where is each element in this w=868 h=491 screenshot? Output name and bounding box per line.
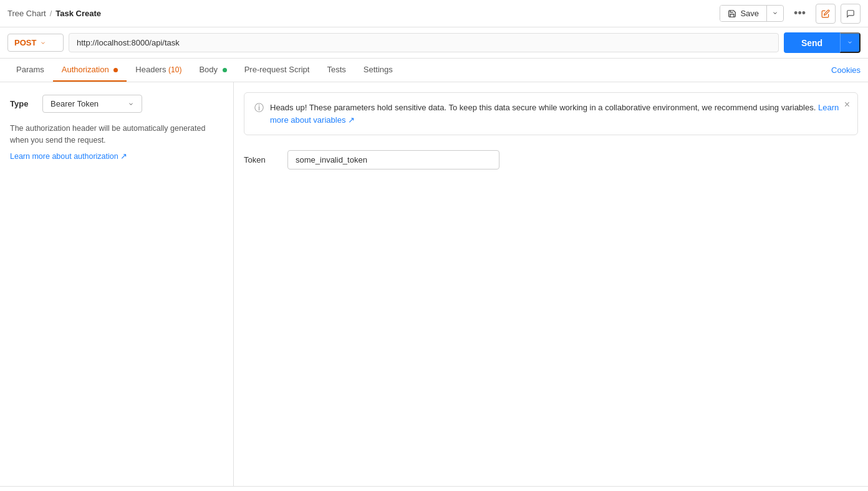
tab-tests[interactable]: Tests [318, 59, 354, 82]
cookies-link[interactable]: Cookies [831, 65, 861, 75]
type-row: Type Bearer Token [10, 95, 223, 113]
body-indicator [223, 68, 227, 72]
tab-headers[interactable]: Headers (10) [127, 59, 190, 82]
type-dropdown-icon [128, 101, 134, 107]
response-area: Body Cookies (2) Headers (9) Test Result… [0, 486, 868, 491]
learn-more-auth-link[interactable]: Learn more about authorization ↗ [10, 152, 127, 161]
url-input[interactable] [69, 33, 779, 52]
save-icon [728, 9, 736, 18]
tabs-bar: Params Authorization Headers (10) Body P… [0, 59, 868, 82]
token-row: Token [244, 150, 858, 169]
method-dropdown-icon [40, 40, 46, 46]
send-chevron-icon [847, 39, 853, 45]
breadcrumb-parent[interactable]: Tree Chart [7, 9, 46, 18]
alert-box: ⓘ Heads up! These parameters hold sensit… [244, 92, 858, 135]
tab-authorization[interactable]: Authorization [53, 59, 127, 82]
token-label: Token [244, 155, 275, 164]
tab-body[interactable]: Body [190, 59, 235, 82]
token-input[interactable] [287, 150, 499, 169]
auth-description: The authorization header will be automat… [10, 123, 223, 146]
resp-tab-headers[interactable]: Headers (9) [97, 487, 155, 491]
type-label: Type [10, 99, 35, 108]
breadcrumb: Tree Chart / Task Create [7, 9, 101, 18]
auth-right-panel: ⓘ Heads up! These parameters hold sensit… [234, 82, 868, 486]
top-bar-actions: Save ••• [720, 4, 861, 24]
save-label: Save [740, 9, 759, 18]
alert-text: Heads up! These parameters hold sensitiv… [270, 102, 847, 126]
save-button[interactable]: Save [720, 6, 766, 21]
breadcrumb-current: Task Create [55, 9, 101, 18]
method-value: POST [14, 38, 36, 47]
tab-pre-request[interactable]: Pre-request Script [236, 59, 319, 82]
url-bar: POST Send [0, 27, 868, 59]
tab-params[interactable]: Params [7, 59, 53, 82]
auth-left-panel: Type Bearer Token The authorization head… [0, 82, 234, 486]
close-alert-button[interactable]: × [844, 99, 850, 110]
breadcrumb-separator: / [50, 9, 52, 18]
top-bar: Tree Chart / Task Create Save ••• [0, 0, 868, 27]
save-dropdown-button[interactable] [766, 6, 783, 21]
send-button[interactable]: Send [784, 32, 840, 53]
comment-icon [846, 9, 855, 18]
edit-icon-button[interactable] [816, 4, 836, 24]
method-select[interactable]: POST [7, 34, 64, 52]
type-select[interactable]: Bearer Token [42, 95, 142, 113]
resp-tab-body[interactable]: Body [7, 487, 41, 491]
response-tabs-bar: Body Cookies (2) Headers (9) Test Result… [0, 487, 868, 491]
comment-icon-button[interactable] [841, 4, 861, 24]
send-dropdown-button[interactable] [840, 32, 861, 53]
edit-icon [821, 9, 830, 18]
authorization-indicator [113, 68, 118, 72]
info-icon: ⓘ [254, 102, 264, 114]
send-label: Send [801, 38, 822, 48]
tab-settings[interactable]: Settings [355, 59, 402, 82]
chevron-down-icon [772, 10, 778, 16]
resp-tab-cookies[interactable]: Cookies (2) [41, 487, 98, 491]
resp-tab-test-results[interactable]: Test Results [155, 487, 215, 491]
main-content: Type Bearer Token The authorization head… [0, 82, 868, 486]
type-value: Bearer Token [51, 99, 99, 108]
more-options-button[interactable]: ••• [789, 4, 811, 22]
